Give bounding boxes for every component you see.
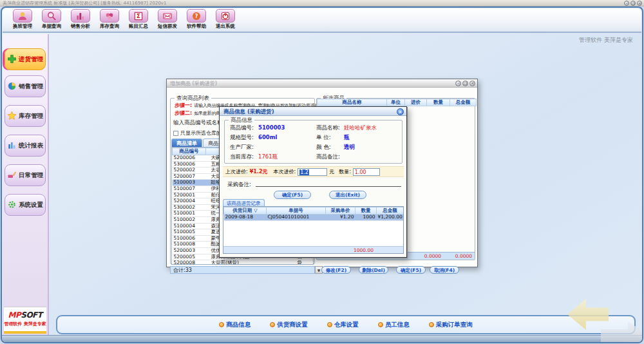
link-supplier-setup[interactable]: 供货商设置 — [270, 321, 308, 329]
sidebar-item-label: 进货管理 — [19, 55, 43, 64]
dialog-titlebar: 增加商品 (采购进货) –▢× — [167, 79, 477, 88]
row-code: 5100007 — [173, 186, 206, 192]
dialog-title: 商品信息 (采购进货) — [223, 108, 274, 115]
sidebar-item[interactable]: 销售管理 — [5, 75, 46, 97]
yuan-suffix: 元 — [329, 168, 334, 175]
row-code: 5200007 — [173, 173, 206, 180]
cancel-button[interactable]: 取消(F4) — [430, 266, 459, 274]
toolbar-button[interactable]: Σ账目汇总 — [125, 9, 152, 31]
row-unit: 袋 — [296, 260, 314, 265]
toolbar-button-label: 账目汇总 — [129, 23, 148, 30]
row-code: 5200001 — [173, 192, 206, 198]
confirm-button[interactable]: 确定(F5) — [396, 266, 426, 274]
row-code: 5200006 — [173, 155, 206, 162]
price-label: 本次进价: — [273, 168, 296, 175]
sms-icon — [158, 9, 177, 23]
sidebar-item[interactable]: 系统设置 — [5, 194, 46, 216]
name-value: 娃哈哈矿泉水 — [344, 124, 377, 132]
stock-value: 1761瓶 — [258, 153, 278, 161]
confirm-button[interactable]: 确定(F5) — [274, 191, 311, 199]
close-icon[interactable]: × — [469, 81, 475, 86]
link-purchase-order-query[interactable]: 采购订单查询 — [429, 321, 473, 329]
minimize-icon[interactable]: – — [624, 1, 629, 6]
price-input[interactable]: 1.2 — [298, 168, 327, 176]
bullet-icon — [270, 322, 275, 327]
toolbar-button[interactable]: ?软件帮助 — [183, 9, 210, 31]
row-code: 5200004 — [173, 198, 206, 205]
toolbar-button-label: 退出系统 — [216, 23, 235, 30]
dialog-title: 增加商品 (采购进货) — [170, 81, 217, 86]
bullet-icon — [378, 322, 383, 327]
purchase-history-table: 供货日期 ▽单据号采购单价数量总金额 2009-08-18CJ050401010… — [223, 206, 404, 254]
close-icon[interactable]: × — [637, 1, 642, 6]
qty-input[interactable]: 1.00 — [353, 168, 380, 176]
history-cell: 1000 — [355, 215, 377, 221]
spec-value: 600ml — [258, 134, 278, 140]
sidebar-item[interactable]: 进货管理 — [5, 48, 46, 70]
bullet-icon — [327, 322, 332, 327]
toolbar-button[interactable]: 单据查询 — [38, 9, 65, 31]
sum-icon: Σ — [129, 9, 148, 23]
toolbar-button[interactable]: 库存查询 — [96, 9, 123, 31]
sidebar-item[interactable]: 日常管理 — [5, 164, 46, 186]
link-warehouse-setup[interactable]: 仓库设置 — [327, 321, 359, 329]
column-header[interactable]: 数量 — [355, 207, 377, 215]
toolbar-button[interactable]: 销售分析 — [67, 9, 94, 31]
last-price-label: 上次进价: — [225, 168, 248, 175]
column-header[interactable]: 单据号 — [267, 207, 326, 215]
brush-icon — [7, 170, 17, 181]
history-total-row: 1000.00 — [223, 246, 403, 253]
link-employee-info[interactable]: 员工信息 — [378, 321, 410, 329]
svg-text:Σ: Σ — [137, 13, 140, 19]
total-count-bar: 合计:33 — [170, 266, 315, 274]
link-product-info[interactable]: 商品信息 — [219, 321, 251, 329]
row-name: 大骨面(猪骨) — [206, 260, 296, 265]
column-header[interactable]: 总金额 — [450, 99, 477, 106]
column-header[interactable]: 进价 — [405, 99, 427, 106]
column-header[interactable]: 单位 — [387, 99, 405, 106]
gear-icon — [7, 200, 17, 211]
toolbar-button-label: 软件帮助 — [187, 23, 206, 30]
history-cell: ¥1.20 — [326, 215, 355, 221]
column-header[interactable]: 商品编号 — [173, 148, 206, 155]
close-icon[interactable]: × — [397, 108, 404, 115]
toolbar-button-label: 单据查询 — [42, 23, 61, 30]
last-price-value: ¥1.2元 — [250, 168, 268, 175]
column-header[interactable]: 商品名称 — [317, 99, 387, 106]
purchase-history-tab[interactable]: 该商品进货记录 — [223, 199, 265, 206]
column-header[interactable]: 采购单价 — [326, 207, 355, 215]
column-header[interactable]: 数量 — [427, 99, 450, 106]
minimize-icon[interactable]: – — [455, 81, 461, 86]
sidebar-item[interactable]: 库存管理 — [5, 105, 46, 127]
row-code: 5100005 — [173, 229, 206, 236]
delete-button[interactable]: 删除(Del) — [359, 266, 388, 274]
warehouse-filter-checkbox[interactable] — [173, 131, 178, 136]
row-code: 5200008 — [173, 260, 206, 265]
exit-button[interactable]: 退出(Exit) — [329, 191, 366, 199]
sidebar-item-label: 系统设置 — [19, 201, 43, 209]
toolbar-button[interactable]: 短信群发 — [154, 9, 181, 31]
row-code: 5100004 — [173, 223, 206, 229]
table-row[interactable]: 2009-08-18CJ050401010001¥1.201000¥1,200.… — [224, 215, 404, 221]
toolbar-button[interactable]: 换班管理 — [9, 9, 36, 31]
bottom-shortcut-bar: 商品信息供货商设置仓库设置员工信息采购订单查询 — [56, 315, 636, 334]
sidebar-item[interactable]: 统计报表 — [5, 135, 46, 157]
bars-icon — [7, 140, 17, 151]
edit-button[interactable]: 修改(F2) — [321, 266, 351, 274]
toolbar-button[interactable]: 退出系统 — [212, 9, 239, 31]
logo-tagline: 管理软件 美萍是专家 — [4, 321, 46, 327]
maximize-icon[interactable]: ▢ — [630, 1, 636, 6]
note-input[interactable] — [256, 186, 401, 187]
clerk-icon — [13, 9, 32, 23]
window-controls: –▢× — [624, 1, 642, 6]
maximize-icon[interactable]: ▢ — [462, 81, 468, 86]
price-input-value: 1.2 — [299, 169, 309, 175]
column-header[interactable]: 总金额 — [377, 207, 404, 215]
link-label: 商品信息 — [226, 321, 251, 329]
table-row[interactable]: 5200008大骨面(猪骨)袋 — [173, 260, 314, 265]
sidebar-item-label: 统计报表 — [19, 142, 43, 150]
row-code: 5100006 — [173, 235, 206, 242]
column-header[interactable]: 供货日期 ▽ — [224, 207, 267, 215]
step2-label: 步骤二: — [175, 110, 192, 117]
tab-1[interactable]: 商品清单 — [171, 139, 202, 147]
